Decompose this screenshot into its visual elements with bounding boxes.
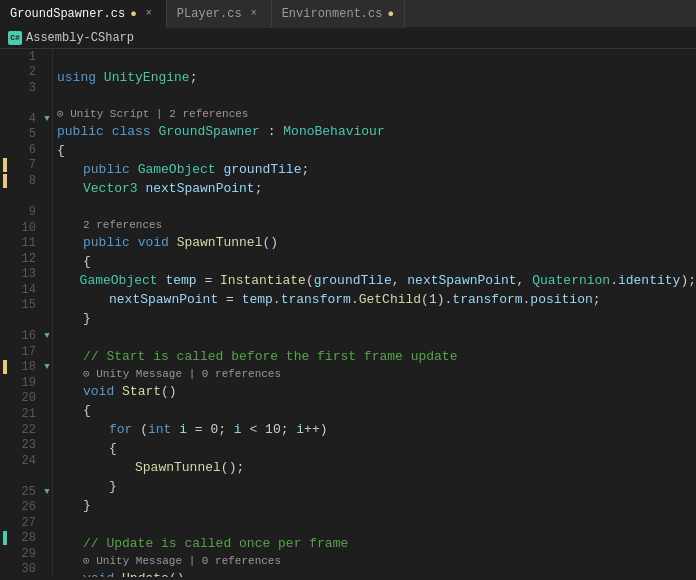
tab-close-btn[interactable]: × bbox=[142, 7, 156, 21]
margin-29 bbox=[0, 546, 10, 562]
code-line-1 bbox=[57, 49, 696, 68]
code-meta-start: ⊙ Unity Message | 0 references bbox=[57, 366, 696, 382]
margin-26 bbox=[0, 499, 10, 515]
margin-2 bbox=[0, 65, 10, 81]
code-line-25: void Update() bbox=[57, 569, 696, 577]
code-line-13: } bbox=[57, 309, 696, 328]
margin-14 bbox=[0, 282, 10, 298]
code-line-14 bbox=[57, 328, 696, 347]
margin-4 bbox=[0, 111, 10, 127]
margin-27 bbox=[0, 515, 10, 531]
code-line-2: using UnityEngine; bbox=[57, 68, 696, 87]
margin-15 bbox=[0, 298, 10, 314]
editor-container: GroundSpawner.cs ● × PLayer.cs × Environ… bbox=[0, 0, 696, 577]
code-line-24: // Update is called once per frame bbox=[57, 534, 696, 553]
code-line-23 bbox=[57, 515, 696, 534]
margin-22 bbox=[0, 422, 10, 438]
breadcrumb-label: Assembly-CSharp bbox=[26, 31, 134, 45]
margin-5 bbox=[0, 127, 10, 143]
code-line-15: // Start is called before the first fram… bbox=[57, 347, 696, 366]
fold-25[interactable]: ▼ bbox=[42, 487, 52, 497]
code-line-10: { bbox=[57, 252, 696, 271]
code-line-6: public GameObject groundTile; bbox=[57, 160, 696, 179]
margin-meta3 bbox=[0, 313, 10, 329]
tab-environment[interactable]: Environment.cs ● bbox=[272, 0, 405, 28]
code-line-19: { bbox=[57, 439, 696, 458]
tab-player[interactable]: PLayer.cs × bbox=[167, 0, 272, 28]
tab-label: Environment.cs bbox=[282, 7, 383, 21]
code-area: 1 2 3 · 4▼ 5 6 7 8 · 9 10 11 12 13 14 15… bbox=[0, 49, 696, 577]
line-numbers: 1 2 3 · 4▼ 5 6 7 8 · 9 10 11 12 13 14 15… bbox=[10, 49, 53, 577]
margin-25 bbox=[0, 484, 10, 500]
code-line-17: { bbox=[57, 401, 696, 420]
margin-20 bbox=[0, 391, 10, 407]
margin-8 bbox=[0, 173, 10, 189]
margin-18 bbox=[0, 360, 10, 376]
margin-12 bbox=[0, 251, 10, 267]
tab-modified-dot: ● bbox=[387, 8, 394, 20]
tab-bar: GroundSpawner.cs ● × PLayer.cs × Environ… bbox=[0, 0, 696, 28]
margin-30 bbox=[0, 562, 10, 577]
code-line-22: } bbox=[57, 496, 696, 515]
margin-meta1 bbox=[0, 96, 10, 112]
code-line-5: { bbox=[57, 141, 696, 160]
code-meta-2refs: 2 references bbox=[57, 217, 696, 233]
margin-column bbox=[0, 49, 10, 577]
csharp-icon: C# bbox=[8, 31, 22, 45]
margin-meta2 bbox=[0, 189, 10, 205]
margin-24 bbox=[0, 453, 10, 469]
fold-16[interactable]: ▼ bbox=[42, 331, 52, 341]
margin-3 bbox=[0, 80, 10, 96]
fold-18[interactable]: ▼ bbox=[42, 362, 52, 372]
code-editor[interactable]: using UnityEngine; ⊙ Unity Script | 2 re… bbox=[53, 49, 696, 577]
code-line-21: } bbox=[57, 477, 696, 496]
tab-close-btn[interactable]: × bbox=[247, 7, 261, 21]
margin-17 bbox=[0, 344, 10, 360]
code-line-8 bbox=[57, 198, 696, 217]
margin-19 bbox=[0, 375, 10, 391]
code-line-18: for (int i = 0; i < 10; i++) bbox=[57, 420, 696, 439]
code-line-7: Vector3 nextSpawnPoint; bbox=[57, 179, 696, 198]
margin-6 bbox=[0, 142, 10, 158]
code-meta-update: ⊙ Unity Message | 0 references bbox=[57, 553, 696, 569]
code-line-9: public void SpawnTunnel() bbox=[57, 233, 696, 252]
fold-4[interactable]: ▼ bbox=[42, 114, 52, 124]
code-line-11: GameObject temp = Instantiate(groundTile… bbox=[57, 271, 696, 290]
margin-13 bbox=[0, 266, 10, 282]
margin-7 bbox=[0, 158, 10, 174]
margin-23 bbox=[0, 437, 10, 453]
tab-label: PLayer.cs bbox=[177, 7, 242, 21]
code-line-12: nextSpawnPoint = temp.transform.GetChild… bbox=[57, 290, 696, 309]
margin-21 bbox=[0, 406, 10, 422]
code-line-4: public class GroundSpawner : MonoBehavio… bbox=[57, 122, 696, 141]
margin-1 bbox=[0, 49, 10, 65]
tab-label: GroundSpawner.cs bbox=[10, 7, 125, 21]
margin-11 bbox=[0, 235, 10, 251]
margin-10 bbox=[0, 220, 10, 236]
margin-28 bbox=[0, 530, 10, 546]
margin-9 bbox=[0, 204, 10, 220]
margin-16 bbox=[0, 329, 10, 345]
code-line-3 bbox=[57, 87, 696, 106]
breadcrumb: C# Assembly-CSharp bbox=[0, 28, 696, 49]
code-line-20: SpawnTunnel(); bbox=[57, 458, 696, 477]
tab-modified-dot: ● bbox=[130, 8, 137, 20]
tab-groundspawner[interactable]: GroundSpawner.cs ● × bbox=[0, 0, 167, 28]
margin-meta4 bbox=[0, 468, 10, 484]
code-line-16: void Start() bbox=[57, 382, 696, 401]
code-meta-unityscript: ⊙ Unity Script | 2 references bbox=[57, 106, 696, 122]
